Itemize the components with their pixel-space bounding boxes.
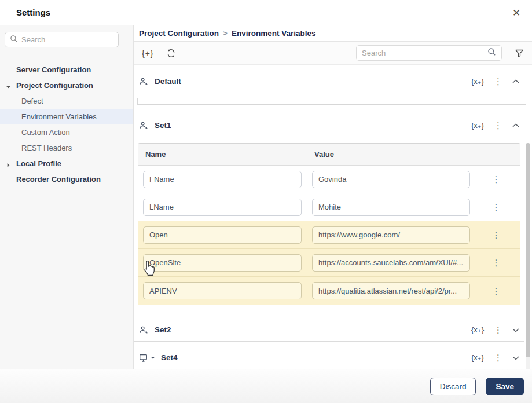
monitor-icon xyxy=(139,353,155,362)
variable-add-icon[interactable]: {x₊} xyxy=(471,121,484,130)
dialog-footer: Discard Save xyxy=(0,369,532,403)
section-header-set2[interactable]: Set2 {x₊} ⋮ xyxy=(134,318,524,342)
sidebar-item-label: REST Headers xyxy=(21,144,72,152)
search-icon xyxy=(487,47,496,58)
row-kebab-menu-icon[interactable]: ⋮ xyxy=(492,203,501,211)
sidebar-item-defect[interactable]: Defect xyxy=(0,93,133,109)
breadcrumb-current: Environment Variables xyxy=(232,29,316,38)
sidebar-item-label: Recorder Configuration xyxy=(16,175,101,184)
sidebar-item-custom-action[interactable]: Custom Action xyxy=(0,124,133,140)
variable-name-input[interactable] xyxy=(143,282,302,299)
search-icon xyxy=(10,35,18,45)
sidebar-item-project-configuration[interactable]: Project Configuration xyxy=(0,78,133,93)
variable-sets-list: Default {x₊} ⋮ Set1 {x₊} ⋮ xyxy=(134,65,532,369)
table-header-row: Name Value xyxy=(138,144,520,166)
column-header-name: Name xyxy=(138,144,307,165)
chevron-up-icon[interactable] xyxy=(512,123,519,128)
chevron-up-icon[interactable] xyxy=(512,79,519,84)
section-label: Set2 xyxy=(155,325,171,334)
table-row-highlighted: ⋮ xyxy=(138,277,520,305)
variable-add-icon[interactable]: {x₊} xyxy=(471,353,484,362)
variables-search-input[interactable] xyxy=(362,49,484,57)
variable-add-icon[interactable]: {x₊} xyxy=(471,325,484,334)
toolbar: {+} xyxy=(134,42,532,65)
section-label: Set4 xyxy=(161,353,178,362)
row-kebab-menu-icon[interactable]: ⋮ xyxy=(492,175,501,184)
variable-value-input[interactable] xyxy=(312,254,470,272)
kebab-menu-icon[interactable]: ⋮ xyxy=(494,121,502,130)
refresh-icon[interactable] xyxy=(166,48,177,58)
chevron-down-icon[interactable] xyxy=(512,356,519,360)
sidebar-search-input[interactable] xyxy=(21,35,113,44)
sidebar-item-label: Defect xyxy=(21,97,43,105)
settings-sidebar: Server Configuration Project Configurati… xyxy=(0,25,134,369)
group-icon xyxy=(139,77,149,86)
section-header-set1[interactable]: Set1 {x₊} ⋮ xyxy=(134,114,524,137)
sidebar-search[interactable] xyxy=(5,32,119,47)
variable-add-icon[interactable]: {x₊} xyxy=(471,77,484,86)
variable-value-input[interactable] xyxy=(312,282,470,299)
variable-name-input[interactable] xyxy=(143,171,302,188)
save-button[interactable]: Save xyxy=(486,378,524,395)
breadcrumb-separator: > xyxy=(223,29,228,38)
filter-icon[interactable] xyxy=(515,49,524,58)
variable-value-input[interactable] xyxy=(312,199,470,216)
vertical-scrollbar[interactable] xyxy=(526,143,530,369)
sidebar-item-server-configuration[interactable]: Server Configuration xyxy=(0,62,133,78)
section-label: Default xyxy=(155,77,181,86)
variable-value-input[interactable] xyxy=(312,171,470,188)
sidebar-item-label: Local Profile xyxy=(16,159,61,168)
sidebar-item-label: Environment Variables xyxy=(21,112,97,121)
scrollbar-thumb[interactable] xyxy=(526,143,530,357)
column-header-value: Value xyxy=(307,144,520,165)
dialog-title: Settings xyxy=(16,8,50,17)
section-header-default[interactable]: Default {x₊} ⋮ xyxy=(134,70,524,93)
kebab-menu-icon[interactable]: ⋮ xyxy=(494,77,502,86)
sidebar-item-environment-variables[interactable]: Environment Variables xyxy=(0,109,133,124)
sidebar-item-recorder-configuration[interactable]: Recorder Configuration xyxy=(0,171,133,187)
table-row-highlighted: ⋮ xyxy=(138,249,520,277)
section-header-set4[interactable]: Set4 {x₊} ⋮ xyxy=(134,346,524,369)
discard-button[interactable]: Discard xyxy=(430,378,476,395)
group-icon xyxy=(139,325,149,335)
row-kebab-menu-icon[interactable]: ⋮ xyxy=(492,287,501,295)
default-section-clipped-content xyxy=(137,98,526,105)
variable-name-input[interactable] xyxy=(143,199,302,216)
sidebar-item-label: Project Configuration xyxy=(16,81,93,90)
sidebar-item-local-profile[interactable]: Local Profile xyxy=(0,156,133,171)
breadcrumb: Project Configuration > Environment Vari… xyxy=(134,25,532,42)
variables-search[interactable] xyxy=(356,45,502,61)
variable-value-input[interactable] xyxy=(312,226,470,244)
sidebar-item-label: Server Configuration xyxy=(16,65,91,74)
row-kebab-menu-icon[interactable]: ⋮ xyxy=(492,258,501,267)
sidebar-nav: Server Configuration Project Configurati… xyxy=(0,62,133,187)
titlebar: Settings ✕ xyxy=(0,0,532,25)
kebab-menu-icon[interactable]: ⋮ xyxy=(494,325,502,334)
caret-down-icon xyxy=(151,356,155,360)
table-row-highlighted: ⋮ xyxy=(138,221,520,249)
table-row: ⋮ xyxy=(138,193,520,221)
sidebar-item-label: Custom Action xyxy=(21,128,70,137)
breadcrumb-parent[interactable]: Project Configuration xyxy=(139,29,219,38)
section-label: Set1 xyxy=(155,121,171,130)
group-icon xyxy=(139,121,149,130)
main-panel: Project Configuration > Environment Vari… xyxy=(134,25,532,369)
add-variable-set-icon[interactable]: {+} xyxy=(142,49,154,58)
close-icon[interactable]: ✕ xyxy=(510,6,523,19)
sidebar-item-rest-headers[interactable]: REST Headers xyxy=(0,140,133,156)
variables-table: Name Value ⋮ ⋮ ⋮ xyxy=(138,143,520,305)
caret-right-icon[interactable] xyxy=(6,161,11,166)
chevron-down-icon[interactable] xyxy=(512,328,519,332)
row-kebab-menu-icon[interactable]: ⋮ xyxy=(492,230,501,239)
table-row: ⋮ xyxy=(138,166,520,193)
variable-name-input[interactable] xyxy=(143,226,302,244)
variable-name-input[interactable] xyxy=(143,254,302,272)
caret-down-icon[interactable] xyxy=(6,83,11,88)
kebab-menu-icon[interactable]: ⋮ xyxy=(494,353,502,362)
settings-dialog: Settings ✕ Server Configuration Project … xyxy=(0,0,532,403)
